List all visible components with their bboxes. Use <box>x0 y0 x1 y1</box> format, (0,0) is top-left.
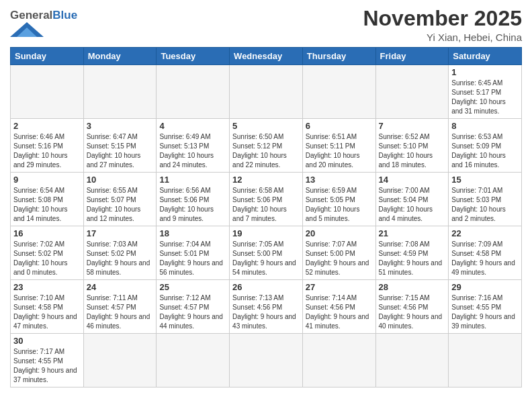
day-info: Sunrise: 7:12 AM Sunset: 4:57 PM Dayligh… <box>159 293 226 331</box>
day-number: 20 <box>306 228 373 238</box>
table-row: 10Sunrise: 6:55 AM Sunset: 5:07 PM Dayli… <box>83 173 157 226</box>
day-info: Sunrise: 7:15 AM Sunset: 4:56 PM Dayligh… <box>379 293 446 331</box>
day-info: Sunrise: 6:51 AM Sunset: 5:11 PM Dayligh… <box>306 132 373 170</box>
table-row: 15Sunrise: 7:01 AM Sunset: 5:03 PM Dayli… <box>449 173 522 226</box>
logo-icon <box>10 22 44 37</box>
day-info: Sunrise: 7:14 AM Sunset: 4:56 PM Dayligh… <box>306 293 373 331</box>
col-tuesday: Tuesday <box>157 48 230 65</box>
table-row: 11Sunrise: 6:56 AM Sunset: 5:06 PM Dayli… <box>157 173 230 226</box>
table-row: 17Sunrise: 7:03 AM Sunset: 5:02 PM Dayli… <box>83 226 157 280</box>
logo-text: GeneralBlue <box>10 9 77 22</box>
day-info: Sunrise: 6:49 AM Sunset: 5:13 PM Dayligh… <box>159 132 226 170</box>
col-monday: Monday <box>83 48 157 65</box>
table-row <box>230 334 303 387</box>
day-number: 11 <box>159 175 226 185</box>
day-info: Sunrise: 6:53 AM Sunset: 5:09 PM Dayligh… <box>451 132 519 170</box>
day-info: Sunrise: 7:07 AM Sunset: 5:00 PM Dayligh… <box>306 240 373 277</box>
day-info: Sunrise: 7:11 AM Sunset: 4:57 PM Dayligh… <box>87 293 154 331</box>
table-row <box>230 65 303 119</box>
day-info: Sunrise: 7:01 AM Sunset: 5:03 PM Dayligh… <box>451 186 519 224</box>
day-info: Sunrise: 7:13 AM Sunset: 4:56 PM Dayligh… <box>232 293 300 331</box>
table-row: 13Sunrise: 6:59 AM Sunset: 5:05 PM Dayli… <box>302 173 375 226</box>
title-block: November 2025 Yi Xian, Hebei, China <box>363 7 522 43</box>
table-row <box>449 334 522 387</box>
day-number: 14 <box>379 175 446 185</box>
day-number: 4 <box>159 121 226 131</box>
table-row: 9Sunrise: 6:54 AM Sunset: 5:08 PM Daylig… <box>11 173 84 226</box>
day-number: 9 <box>13 175 81 185</box>
day-info: Sunrise: 6:47 AM Sunset: 5:15 PM Dayligh… <box>87 132 154 170</box>
day-number: 25 <box>159 282 226 292</box>
table-row: 3Sunrise: 6:47 AM Sunset: 5:15 PM Daylig… <box>83 119 157 173</box>
table-row: 21Sunrise: 7:08 AM Sunset: 4:59 PM Dayli… <box>375 226 449 280</box>
col-saturday: Saturday <box>449 48 522 65</box>
table-row: 25Sunrise: 7:12 AM Sunset: 4:57 PM Dayli… <box>157 280 230 334</box>
table-row: 7Sunrise: 6:52 AM Sunset: 5:10 PM Daylig… <box>375 119 449 173</box>
day-number: 1 <box>451 67 519 77</box>
table-row: 4Sunrise: 6:49 AM Sunset: 5:13 PM Daylig… <box>157 119 230 173</box>
table-row <box>83 65 157 119</box>
location: Yi Xian, Hebei, China <box>363 32 522 43</box>
col-sunday: Sunday <box>11 48 84 65</box>
day-info: Sunrise: 6:58 AM Sunset: 5:06 PM Dayligh… <box>232 186 300 224</box>
day-number: 19 <box>232 228 300 238</box>
table-row: 1Sunrise: 6:45 AM Sunset: 5:17 PM Daylig… <box>449 65 522 119</box>
day-number: 16 <box>13 228 81 238</box>
day-number: 13 <box>306 175 373 185</box>
day-number: 29 <box>451 282 519 292</box>
table-row: 27Sunrise: 7:14 AM Sunset: 4:56 PM Dayli… <box>302 280 375 334</box>
day-info: Sunrise: 7:02 AM Sunset: 5:02 PM Dayligh… <box>13 240 81 277</box>
table-row: 14Sunrise: 7:00 AM Sunset: 5:04 PM Dayli… <box>375 173 449 226</box>
day-number: 15 <box>451 175 519 185</box>
col-wednesday: Wednesday <box>230 48 303 65</box>
day-number: 12 <box>232 175 300 185</box>
table-row: 24Sunrise: 7:11 AM Sunset: 4:57 PM Dayli… <box>83 280 157 334</box>
day-number: 17 <box>87 228 154 238</box>
day-info: Sunrise: 7:16 AM Sunset: 4:55 PM Dayligh… <box>451 293 519 331</box>
header: GeneralBlue November 2025 Yi Xian, Hebei… <box>10 7 522 43</box>
day-info: Sunrise: 6:46 AM Sunset: 5:16 PM Dayligh… <box>13 132 81 170</box>
table-row: 19Sunrise: 7:05 AM Sunset: 5:00 PM Dayli… <box>230 226 303 280</box>
day-info: Sunrise: 7:09 AM Sunset: 4:58 PM Dayligh… <box>451 240 519 277</box>
table-row: 30Sunrise: 7:17 AM Sunset: 4:55 PM Dayli… <box>11 334 84 387</box>
table-row: 29Sunrise: 7:16 AM Sunset: 4:55 PM Dayli… <box>449 280 522 334</box>
table-row <box>302 65 375 119</box>
day-info: Sunrise: 6:59 AM Sunset: 5:05 PM Dayligh… <box>306 186 373 224</box>
day-number: 10 <box>87 175 154 185</box>
day-number: 7 <box>379 121 446 131</box>
calendar-header-row: Sunday Monday Tuesday Wednesday Thursday… <box>11 48 522 65</box>
table-row: 6Sunrise: 6:51 AM Sunset: 5:11 PM Daylig… <box>302 119 375 173</box>
day-number: 2 <box>13 121 81 131</box>
table-row: 22Sunrise: 7:09 AM Sunset: 4:58 PM Dayli… <box>449 226 522 280</box>
day-number: 18 <box>159 228 226 238</box>
col-friday: Friday <box>375 48 449 65</box>
page: GeneralBlue November 2025 Yi Xian, Hebei… <box>0 0 532 411</box>
table-row <box>375 65 449 119</box>
day-info: Sunrise: 6:45 AM Sunset: 5:17 PM Dayligh… <box>451 79 519 116</box>
day-info: Sunrise: 7:03 AM Sunset: 5:02 PM Dayligh… <box>87 240 154 277</box>
table-row: 8Sunrise: 6:53 AM Sunset: 5:09 PM Daylig… <box>449 119 522 173</box>
table-row <box>157 65 230 119</box>
day-number: 27 <box>306 282 373 292</box>
day-number: 8 <box>451 121 519 131</box>
table-row: 12Sunrise: 6:58 AM Sunset: 5:06 PM Dayli… <box>230 173 303 226</box>
day-info: Sunrise: 7:04 AM Sunset: 5:01 PM Dayligh… <box>159 240 226 277</box>
day-info: Sunrise: 6:50 AM Sunset: 5:12 PM Dayligh… <box>232 132 300 170</box>
table-row: 28Sunrise: 7:15 AM Sunset: 4:56 PM Dayli… <box>375 280 449 334</box>
table-row: 2Sunrise: 6:46 AM Sunset: 5:16 PM Daylig… <box>11 119 84 173</box>
day-info: Sunrise: 6:52 AM Sunset: 5:10 PM Dayligh… <box>379 132 446 170</box>
table-row: 26Sunrise: 7:13 AM Sunset: 4:56 PM Dayli… <box>230 280 303 334</box>
table-row <box>11 65 84 119</box>
table-row <box>375 334 449 387</box>
day-info: Sunrise: 7:10 AM Sunset: 4:58 PM Dayligh… <box>13 293 81 331</box>
day-info: Sunrise: 6:55 AM Sunset: 5:07 PM Dayligh… <box>87 186 154 224</box>
day-info: Sunrise: 7:17 AM Sunset: 4:55 PM Dayligh… <box>13 347 81 385</box>
day-number: 30 <box>13 336 81 346</box>
table-row: 20Sunrise: 7:07 AM Sunset: 5:00 PM Dayli… <box>302 226 375 280</box>
table-row <box>157 334 230 387</box>
day-number: 5 <box>232 121 300 131</box>
logo: GeneralBlue <box>10 9 77 40</box>
table-row: 16Sunrise: 7:02 AM Sunset: 5:02 PM Dayli… <box>11 226 84 280</box>
day-info: Sunrise: 7:00 AM Sunset: 5:04 PM Dayligh… <box>379 186 446 224</box>
day-number: 3 <box>87 121 154 131</box>
